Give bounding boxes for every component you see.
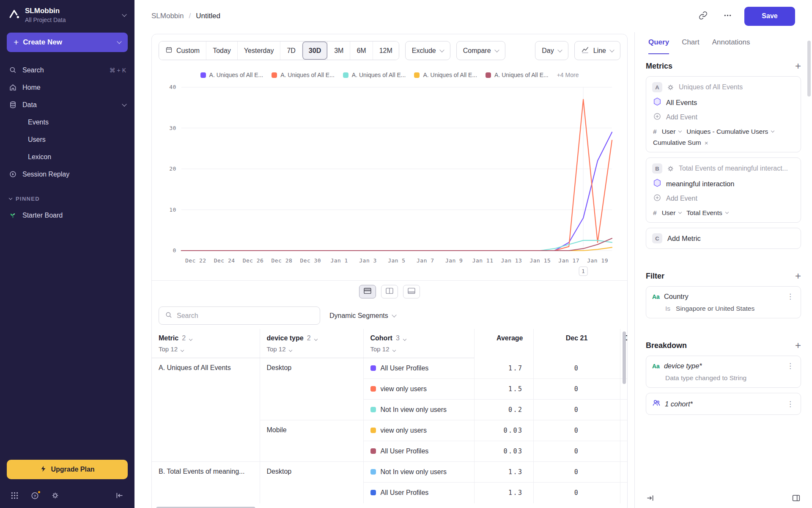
- breakdown-property[interactable]: 1 cohort*: [665, 400, 693, 408]
- vertical-scrollbar[interactable]: [623, 331, 626, 384]
- pinned-section-toggle[interactable]: PINNED: [0, 196, 134, 202]
- svg-text:?: ?: [34, 494, 36, 498]
- event-row[interactable]: All Events: [652, 97, 795, 108]
- layout-split-vertical-toggle[interactable]: [381, 285, 398, 298]
- cohort-cell[interactable]: All User Profiles: [363, 483, 474, 503]
- metric-settings-gear-icon[interactable]: [667, 165, 675, 173]
- breadcrumb-project[interactable]: SLMobbin: [151, 12, 184, 20]
- table-search-input[interactable]: [177, 312, 314, 320]
- breadcrumb-page-title[interactable]: Untitled: [196, 12, 220, 20]
- top-filter-dropdown[interactable]: Top 12: [363, 342, 474, 358]
- legend-item[interactable]: A. Uniques of All E...: [200, 72, 263, 78]
- page-scrollbar[interactable]: [807, 41, 811, 97]
- add-metric-card[interactable]: C Add Metric: [646, 228, 801, 249]
- chevron-down-icon: [9, 196, 12, 199]
- cohort-cell[interactable]: All User Profiles: [363, 358, 474, 379]
- range-today-button[interactable]: Today: [206, 41, 237, 60]
- event-row[interactable]: meaningful interaction: [652, 179, 795, 189]
- save-button[interactable]: Save: [744, 7, 795, 26]
- sidebar-item-users[interactable]: Users: [0, 131, 134, 148]
- range-custom-button[interactable]: Custom: [159, 41, 206, 60]
- column-header-device-type[interactable]: device type2: [260, 329, 363, 342]
- sidebar-item-session-replay[interactable]: Session Replay: [0, 166, 134, 183]
- top-filter-dropdown[interactable]: Top 12: [152, 342, 260, 358]
- range-30d-button[interactable]: 30D: [302, 41, 327, 60]
- dec21-cell: 0: [533, 483, 620, 503]
- legend-item[interactable]: A. Uniques of All E...: [343, 72, 406, 78]
- legend-item[interactable]: A. Uniques of All E...: [272, 72, 335, 78]
- add-event-button[interactable]: Add Event: [652, 112, 795, 122]
- chart-type-dropdown[interactable]: Line: [574, 41, 620, 60]
- remove-modifier-icon[interactable]: ×: [705, 139, 708, 146]
- sidebar: SLMobbin All Project Data + Create New S…: [0, 0, 134, 508]
- filter-value[interactable]: Singapore or United States: [676, 305, 754, 312]
- layout-bottom-panel-toggle[interactable]: [403, 285, 420, 298]
- sidebar-item-home[interactable]: Home: [0, 79, 134, 96]
- cohort-cell[interactable]: Not In view only users: [363, 400, 474, 420]
- tab-query[interactable]: Query: [648, 38, 669, 54]
- range-12m-button[interactable]: 12M: [373, 41, 399, 60]
- workspace-name: SLMobbin: [25, 7, 66, 15]
- filter-operator[interactable]: Is: [665, 305, 670, 312]
- gear-icon[interactable]: [51, 491, 60, 500]
- sidebar-item-starter-board[interactable]: Starter Board: [0, 207, 134, 224]
- kebab-menu-icon[interactable]: ⋮: [786, 362, 795, 370]
- sidebar-item-lexicon[interactable]: Lexicon: [0, 148, 134, 166]
- upgrade-plan-button[interactable]: Upgrade Plan: [7, 460, 128, 479]
- cohort-cell[interactable]: view only users: [363, 379, 474, 400]
- collapse-sidebar-icon[interactable]: [115, 491, 124, 500]
- collapse-panel-icon[interactable]: [646, 494, 655, 503]
- compare-dropdown[interactable]: Compare: [456, 41, 505, 60]
- average-cell: 1.3: [474, 483, 533, 503]
- add-metric-plus-button[interactable]: +: [795, 61, 801, 71]
- help-icon[interactable]: ?: [30, 491, 40, 500]
- modifier-chip[interactable]: Cumulative Sum ×: [653, 139, 708, 146]
- measure-type-dropdown[interactable]: Total Events: [686, 209, 728, 217]
- measure-entity-dropdown[interactable]: User: [662, 209, 682, 217]
- add-filter-plus-button[interactable]: +: [795, 271, 801, 281]
- panel-layout-icon[interactable]: [792, 494, 801, 503]
- cohort-cell[interactable]: Not In view only users: [363, 462, 474, 483]
- sidebar-item-data[interactable]: Data: [0, 96, 134, 113]
- cohort-cell[interactable]: view only users: [363, 420, 474, 441]
- measure-type-dropdown[interactable]: Uniques - Cumulative Users: [686, 128, 774, 135]
- breakdown-property[interactable]: device type*: [664, 362, 702, 370]
- legend-item[interactable]: A. Uniques of All E...: [486, 72, 549, 78]
- line-chart-svg[interactable]: 010203040Dec 22Dec 24Dec 26Dec 28Dec 30J…: [162, 81, 617, 280]
- add-event-button[interactable]: Add Event: [652, 193, 795, 204]
- more-options-button[interactable]: [720, 8, 735, 24]
- range-3m-button[interactable]: 3M: [327, 41, 350, 60]
- sidebar-item-search[interactable]: Search ⌘ + K: [0, 61, 134, 79]
- measure-entity-dropdown[interactable]: User: [662, 128, 682, 135]
- metric-settings-gear-icon[interactable]: [667, 83, 675, 91]
- create-new-button[interactable]: + Create New: [7, 33, 128, 52]
- kebab-menu-icon[interactable]: ⋮: [786, 400, 795, 409]
- kebab-menu-icon[interactable]: ⋮: [786, 292, 795, 301]
- range-yesterday-button[interactable]: Yesterday: [237, 41, 280, 60]
- top-filter-dropdown[interactable]: Top 12: [260, 342, 363, 358]
- add-breakdown-plus-button[interactable]: +: [795, 340, 801, 351]
- legend-more[interactable]: +4 More: [557, 72, 579, 78]
- workspace-switcher[interactable]: SLMobbin All Project Data: [0, 0, 134, 28]
- annotation-marker[interactable]: 1: [579, 267, 587, 276]
- filter-property[interactable]: Country: [664, 293, 689, 301]
- tab-chart[interactable]: Chart: [682, 38, 700, 54]
- column-header-metric[interactable]: Metric2: [152, 329, 260, 342]
- legend-item[interactable]: A. Uniques of All E...: [414, 72, 477, 78]
- range-6m-button[interactable]: 6M: [350, 41, 372, 60]
- add-event-label: Add Event: [666, 113, 697, 121]
- exclude-dropdown[interactable]: Exclude: [405, 41, 450, 60]
- dynamic-segments-dropdown[interactable]: Dynamic Segments: [326, 312, 399, 320]
- layout-split-horizontal-toggle[interactable]: [359, 285, 376, 298]
- range-7d-button[interactable]: 7D: [280, 41, 302, 60]
- tab-annotations[interactable]: Annotations: [712, 38, 750, 54]
- apps-grid-icon[interactable]: [10, 491, 19, 500]
- bottom-panel-layout-icon: [407, 287, 416, 295]
- sidebar-item-events[interactable]: Events: [0, 113, 134, 131]
- copy-link-button[interactable]: [695, 8, 710, 24]
- table-row[interactable]: B. Total Events of meaning...DesktopNot …: [152, 462, 627, 483]
- column-header-cohort[interactable]: Cohort3: [363, 329, 474, 342]
- granularity-dropdown[interactable]: Day: [535, 41, 568, 60]
- table-row[interactable]: A. Uniques of All EventsDesktopAll User …: [152, 358, 627, 379]
- cohort-cell[interactable]: All User Profiles: [363, 441, 474, 462]
